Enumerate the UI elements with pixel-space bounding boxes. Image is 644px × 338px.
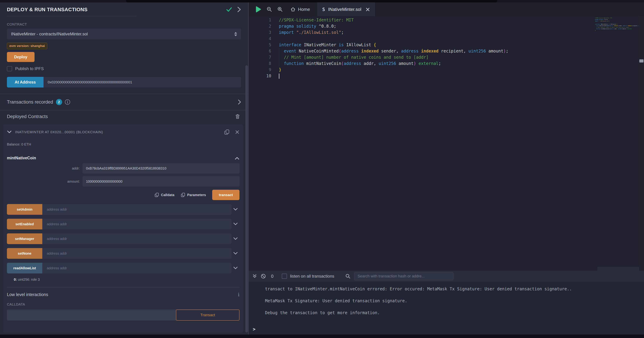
code-editor[interactable]: 12345678910 //SPDX-License-Identifier: M…: [248, 16, 644, 271]
terminal-collapse-icon[interactable]: [252, 274, 257, 278]
function-collapse-chevron-icon[interactable]: [235, 156, 240, 160]
open-function-name: mintNativeCoin: [7, 156, 235, 160]
line-number: 5: [248, 42, 279, 48]
terminal-prompt: >: [253, 326, 256, 332]
terminal-search-input[interactable]: [354, 272, 454, 280]
remove-instance-icon[interactable]: [235, 130, 240, 134]
copy-parameters-button[interactable]: Parameters: [180, 192, 206, 198]
instance-title: INATIVEMINTER AT 0X020...00001 (BLOCKCHA…: [15, 130, 224, 134]
function-button-setAdmin[interactable]: setAdmin: [7, 204, 42, 215]
function-button-setNone[interactable]: setNone: [7, 248, 42, 259]
function-button-setEnabled[interactable]: setEnabled: [7, 219, 42, 230]
info-icon[interactable]: [64, 99, 70, 105]
field-input-amount[interactable]: [82, 176, 240, 186]
listen-all-checkbox[interactable]: [282, 274, 287, 279]
indent-guide: [279, 48, 279, 67]
transactions-recorded-row: Transactions recorded 2: [7, 94, 241, 110]
function-arg-input-setEnabled[interactable]: [42, 219, 232, 230]
line-number: 10: [248, 73, 279, 79]
run-script-play-icon[interactable]: [256, 6, 262, 13]
function-expand-chevron-icon[interactable]: [232, 222, 240, 226]
line-number: 6: [248, 48, 279, 54]
function-fields: addr:amount:: [7, 163, 240, 186]
at-address-input[interactable]: [44, 77, 241, 88]
low-level-calldata-input[interactable]: [7, 310, 176, 320]
function-list: setAdminsetEnabledsetManagersetNonereadA…: [7, 204, 240, 274]
text-cursor: [279, 74, 279, 79]
function-row: readAllowList: [7, 263, 240, 274]
zoom-out-icon[interactable]: [266, 6, 272, 12]
tab-home[interactable]: Home: [290, 7, 310, 12]
deployed-contracts-row: Deployed Contracts: [7, 110, 241, 122]
page-scrollbar-thumb[interactable]: [639, 60, 644, 62]
field-label: addr:: [7, 166, 82, 170]
panel-scrollbar[interactable]: [245, 65, 248, 332]
panel-expand-chevron-icon[interactable]: [237, 6, 241, 12]
line-number: 1: [248, 17, 279, 23]
copy-calldata-button[interactable]: Calldata: [154, 192, 174, 198]
instance-collapse-chevron-icon[interactable]: [7, 130, 12, 134]
function-arg-input-setNone[interactable]: [42, 248, 232, 259]
code-line: function mintNativeCoin(address addr, ui…: [279, 60, 644, 67]
code-line: interface INativeMinter is IAllowList {: [279, 42, 644, 48]
window-top-strip: [0, 0, 644, 2]
function-row: setManager: [7, 234, 240, 244]
transactions-expand-chevron-icon[interactable]: [238, 99, 241, 105]
function-expand-chevron-icon[interactable]: [232, 208, 240, 211]
code-lines: //SPDX-License-Identifier: MITpragma sol…: [279, 16, 644, 271]
editor-column: Home S INativeMinter.sol 12345678910 //S…: [248, 2, 644, 334]
function-arg-input-readAllowList[interactable]: [42, 263, 232, 274]
function-expand-chevron-icon[interactable]: [232, 237, 240, 240]
transact-button[interactable]: transact: [212, 190, 240, 200]
line-number: 8: [248, 60, 279, 67]
clear-console-icon[interactable]: [261, 274, 266, 279]
tab-close-icon[interactable]: [366, 7, 370, 12]
function-arg-input-setManager[interactable]: [42, 234, 232, 244]
terminal-log-line: transact to INativeMinter.mintNativeCoin…: [265, 286, 639, 292]
listen-all-label: listen on all transactions: [290, 274, 334, 278]
low-level-info-icon[interactable]: i: [238, 292, 240, 297]
function-field-row: addr:: [7, 163, 240, 174]
publish-ipfs-checkbox[interactable]: [7, 66, 12, 71]
code-line: //SPDX-License-Identifier: MIT: [279, 17, 644, 23]
tab-home-label: Home: [298, 7, 310, 12]
code-line: pragma solidity ^0.8.0;: [279, 23, 644, 29]
main-layout: DEPLOY & RUN TRANSACTIONS CONTRACT INati…: [0, 2, 644, 334]
low-level-title: Low level interactions: [7, 292, 238, 297]
function-arg-input-setAdmin[interactable]: [42, 204, 232, 215]
tab-inativeminter[interactable]: S INativeMinter.sol: [318, 2, 374, 16]
deploy-button[interactable]: Deploy: [7, 52, 34, 62]
trash-icon[interactable]: [235, 114, 240, 119]
select-arrows-icon: [234, 32, 237, 36]
call-result-line: 0: uint256: role 3: [7, 278, 240, 282]
function-expand-chevron-icon[interactable]: [232, 266, 240, 270]
code-line: [279, 36, 644, 42]
zoom-in-icon[interactable]: [277, 6, 283, 12]
copy-address-icon[interactable]: [224, 129, 230, 135]
pending-tx-count: 0: [271, 274, 274, 279]
low-level-transact-button[interactable]: Transact: [176, 310, 240, 320]
contract-select-value: INativeMinter - contracts/INativeMinter.…: [11, 32, 234, 36]
function-button-readAllowList[interactable]: readAllowList: [7, 263, 42, 274]
calldata-section-label: CALLDATA: [7, 302, 240, 306]
transactions-recorded-label: Transactions recorded: [7, 100, 53, 105]
deployed-contract-card: INATIVEMINTER AT 0X020...00001 (BLOCKCHA…: [3, 124, 243, 333]
field-input-addr[interactable]: [82, 163, 240, 174]
calldata-copy-label: Calldata: [161, 193, 174, 197]
function-button-setManager[interactable]: setManager: [7, 234, 42, 244]
terminal-output[interactable]: > transact to INativeMinter.mintNativeCo…: [248, 282, 644, 334]
instance-balance: Balance: 0 ETH: [7, 142, 240, 146]
divider: [7, 287, 240, 288]
code-line: }: [279, 67, 644, 73]
parameters-copy-label: Parameters: [187, 193, 206, 197]
at-address-button[interactable]: At Address: [7, 77, 44, 88]
solidity-file-icon: S: [322, 7, 325, 12]
contract-select[interactable]: INativeMinter - contracts/INativeMinter.…: [7, 28, 241, 40]
search-icon: [345, 274, 350, 279]
function-expand-chevron-icon[interactable]: [232, 252, 240, 255]
page-scrollbar-track[interactable]: [639, 16, 644, 271]
result-text: uint256: role 3: [17, 278, 40, 282]
result-index: 0:: [14, 278, 17, 282]
function-row: setAdmin: [7, 204, 240, 215]
deploy-run-panel: DEPLOY & RUN TRANSACTIONS CONTRACT INati…: [0, 2, 248, 334]
